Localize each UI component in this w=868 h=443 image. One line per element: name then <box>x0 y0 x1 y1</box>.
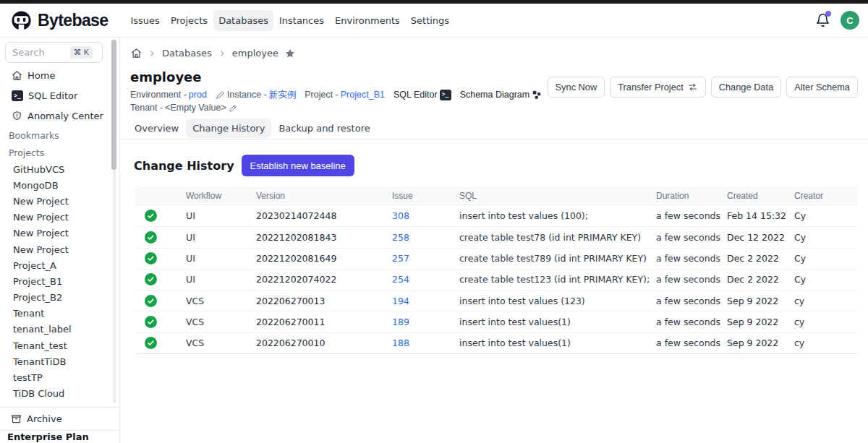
cell-creator: cy <box>794 296 858 306</box>
schema-diagram-label[interactable]: Schema Diagram <box>460 88 530 101</box>
issue-link[interactable]: 189 <box>392 317 409 327</box>
cell-workflow: UI <box>186 232 256 243</box>
issue-link[interactable]: 194 <box>392 296 409 306</box>
cell-creator: cy <box>794 317 858 327</box>
table-row[interactable]: VCS 202206270013 194 insert into test va… <box>135 290 858 311</box>
nav-issues[interactable]: Issues <box>125 10 164 31</box>
sidebar-scrollbar-thumb[interactable] <box>111 40 116 170</box>
sidebar-scrollbar-track <box>113 170 116 403</box>
sidebar-project-item[interactable]: Project_A <box>0 257 112 273</box>
brand[interactable]: Bytebase <box>0 9 108 33</box>
transfer-project-button[interactable]: Transfer Project <box>610 77 706 98</box>
sidebar-item-anomaly-center[interactable]: Anomaly Center <box>0 106 115 126</box>
issue-link[interactable]: 254 <box>392 274 409 285</box>
search-input[interactable]: Search ⌘ K <box>5 42 103 63</box>
cell-sql: create table test789 (id int PRIMARY KEY… <box>459 253 656 264</box>
success-check-icon <box>145 252 157 264</box>
nav-instances[interactable]: Instances <box>274 10 329 31</box>
sql-editor-label[interactable]: SQL Editor <box>393 88 438 101</box>
project-label: Project - <box>305 88 339 101</box>
tab-overview[interactable]: Overview <box>128 119 185 138</box>
terminal-icon[interactable]: >_ <box>440 90 451 100</box>
breadcrumb-databases[interactable]: Databases <box>162 48 212 59</box>
table-body: UI 20230214072448 308 insert into test v… <box>135 205 858 354</box>
shield-icon <box>12 111 22 121</box>
sidebar-project-item[interactable]: New Project <box>0 225 112 241</box>
star-icon[interactable] <box>285 48 295 59</box>
issue-link[interactable]: 258 <box>392 232 409 243</box>
nav-databases[interactable]: Databases <box>213 10 273 31</box>
cell-created: Sep 9 2022 <box>727 337 794 348</box>
sidebar-project-item[interactable]: GitHubVCS <box>0 161 112 177</box>
tab-backup-and-restore[interactable]: Backup and restore <box>272 119 376 138</box>
col-creator: Creator <box>794 191 858 201</box>
alter-schema-button[interactable]: Alter Schema <box>786 77 858 98</box>
table-row[interactable]: UI 20221202074022 254 create table test1… <box>135 269 858 290</box>
instance-link[interactable]: 新实例 <box>269 88 297 101</box>
sidebar-project-item[interactable]: testTP <box>0 369 112 385</box>
cell-created: Dec 12 2022 <box>727 232 794 243</box>
establish-baseline-button[interactable]: Establish new baseline <box>242 155 354 176</box>
col-issue: Issue <box>392 191 459 201</box>
sidebar-item-home[interactable]: Home <box>0 65 115 85</box>
home-icon[interactable] <box>131 48 142 59</box>
archive-label: Archive <box>27 413 62 424</box>
cell-version: 20221202074022 <box>256 274 392 285</box>
transfer-icon <box>687 82 698 93</box>
archive-icon <box>11 413 22 424</box>
nav-environments[interactable]: Environments <box>330 10 405 31</box>
sidebar-project-item[interactable]: TenantTiDB <box>0 353 112 369</box>
issue-link[interactable]: 188 <box>392 337 409 348</box>
sidebar-project-item[interactable]: tenant_label <box>0 322 112 337</box>
sidebar-project-item[interactable]: New Project <box>0 210 112 225</box>
cell-version: 20221202081649 <box>256 253 392 264</box>
cell-version: 20221202081843 <box>256 232 392 243</box>
breadcrumb-employee[interactable]: employee <box>232 48 278 59</box>
sidebar-project-item[interactable]: Tenant <box>0 306 112 322</box>
sidebar-project-item[interactable]: TiDB Cloud <box>0 386 112 402</box>
table-row[interactable]: UI 20221202081649 257 create table test7… <box>135 248 858 269</box>
sidebar-project-item[interactable]: Project_B2 <box>0 290 112 306</box>
cell-created: Sep 9 2022 <box>727 296 794 306</box>
sidebar-project-item[interactable]: Tenant_test <box>0 337 112 353</box>
avatar[interactable]: C <box>841 11 859 30</box>
sidebar-item-label: SQL Editor <box>28 90 77 101</box>
table-row[interactable]: UI 20230214072448 308 insert into test v… <box>135 205 858 226</box>
sync-now-button[interactable]: Sync Now <box>548 77 605 98</box>
cell-duration: a few seconds <box>656 337 727 348</box>
nav-settings[interactable]: Settings <box>406 10 454 31</box>
cell-created: Dec 2 2022 <box>727 274 794 285</box>
table-row[interactable]: VCS 202206270011 189 insert into test va… <box>135 311 858 332</box>
table-row[interactable]: VCS 202206270010 188 insert into test va… <box>135 332 858 353</box>
chevron-right-icon <box>218 50 226 57</box>
terminal-icon: >_ <box>12 90 23 101</box>
issue-link[interactable]: 308 <box>392 210 409 221</box>
change-data-button[interactable]: Change Data <box>711 77 781 98</box>
sidebar-project-item[interactable]: New Project <box>0 193 112 209</box>
sidebar-nav: Home >_ SQL Editor Anomaly Center <box>0 65 115 126</box>
sidebar-project-item[interactable]: MongoDB <box>0 177 112 193</box>
project-link[interactable]: Project_B1 <box>341 88 385 101</box>
schema-diagram-icon[interactable] <box>532 90 542 100</box>
success-check-icon <box>145 295 157 307</box>
sidebar-project-item[interactable]: Project_B1 <box>0 273 112 289</box>
cell-creator: Cy <box>794 253 858 264</box>
tab-change-history[interactable]: Change History <box>186 119 271 138</box>
notifications-button[interactable] <box>814 12 830 28</box>
table-row[interactable]: UI 20221202081843 258 create table test7… <box>135 226 858 247</box>
sidebar-project-item[interactable]: New Project <box>0 241 112 257</box>
issue-link[interactable]: 257 <box>392 253 409 264</box>
tabs: Overview Change History Backup and resto… <box>128 119 377 138</box>
cell-version: 202206270010 <box>256 337 392 348</box>
main-content: Databases employee employee Environment … <box>121 38 868 443</box>
sidebar-item-sql-editor[interactable]: >_ SQL Editor <box>0 85 115 106</box>
environment-link[interactable]: prod <box>189 88 207 101</box>
pencil-icon[interactable] <box>229 103 238 113</box>
change-history-section: Change History Establish new baseline <box>134 155 354 176</box>
nav-projects[interactable]: Projects <box>166 10 213 31</box>
sidebar-bottom: Archive Enterprise Plan <box>0 407 119 443</box>
pen-icon[interactable] <box>216 90 225 100</box>
sidebar-item-archive[interactable]: Archive <box>0 407 119 430</box>
cell-version: 20230214072448 <box>256 210 392 221</box>
col-sql: SQL <box>459 191 656 201</box>
